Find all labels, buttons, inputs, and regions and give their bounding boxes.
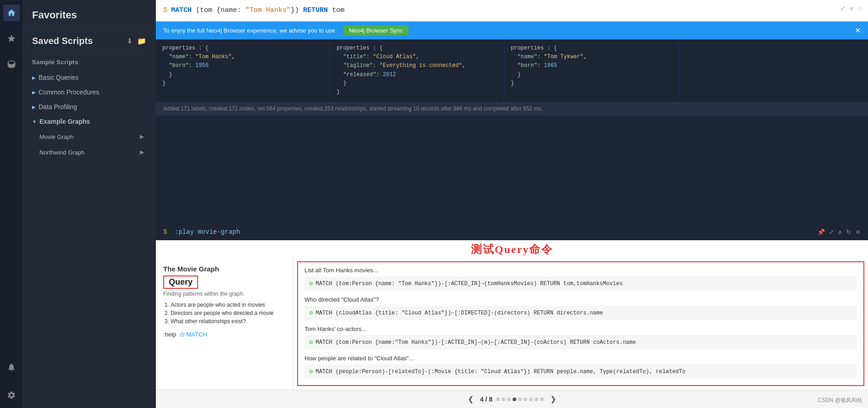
saved-scripts-icons: ⬇ 📁 [127, 37, 146, 45]
nav-example-graphs[interactable]: ▼ Example Graphs [23, 114, 155, 129]
run-icon-4[interactable]: ⊙ [309, 368, 313, 375]
notif-close-btn[interactable]: ✕ [855, 26, 861, 35]
card2-line6: } [337, 88, 498, 97]
sub-northwind-graph[interactable]: Northwind Graph ▶ [23, 144, 155, 160]
query-code-4[interactable]: ⊙ MATCH (people:Person)-[relatedTo]-(:Mo… [304, 364, 857, 379]
query-box: Query [163, 276, 198, 289]
example-graphs-arrow: ▼ [32, 119, 37, 124]
data-card-3: properties : { "name": "Tom Tykwer", "bo… [504, 39, 679, 101]
help-link-area: :help ⊙ MATCH [163, 331, 286, 338]
return-keyword: RETURN [303, 6, 328, 14]
page-info: 4 / 8 [480, 396, 492, 403]
expand2-icon[interactable]: ⤢ [829, 228, 834, 236]
data-card-2: properties : { "title": "Cloud Atlas", "… [330, 39, 504, 101]
download-icon[interactable]: ⬇ [127, 37, 133, 45]
nav-common-procedures[interactable]: ▶ Common Procedures [23, 85, 155, 99]
notif-left: To enjoy the full Neo4j Browser experien… [163, 25, 409, 36]
alert-icon-btn[interactable] [3, 359, 20, 375]
northwind-graph-play-btn[interactable]: ▶ [137, 148, 146, 157]
run-icon-2[interactable]: ⊙ [309, 309, 313, 317]
card1-line1: properties : { [162, 44, 323, 53]
notif-text: To enjoy the full Neo4j Browser experien… [163, 27, 335, 34]
folder-icon[interactable]: 📁 [137, 37, 146, 45]
example-graphs-label: Example Graphs [39, 118, 90, 125]
card3-line1: properties : { [511, 44, 672, 53]
card3-line3: "born": 1965 [511, 61, 672, 70]
left-panel: Favorites Saved Scripts ⬇ 📁 Sample Scrip… [23, 0, 156, 408]
play-cmd-text: :play movie-graph [175, 228, 240, 236]
play-frame: $ :play movie-graph 📌 ⤢ ∧ ↻ ✕ 测试Query命令 … [156, 224, 868, 408]
dot-3 [507, 397, 511, 401]
code-text-4: MATCH (people:Person)-[relatedTo]-(:Movi… [315, 369, 686, 375]
database-icon-btn[interactable] [3, 56, 20, 72]
query-section-2: Who directed "Cloud Atlas"? ⊙ MATCH (clo… [304, 296, 857, 320]
dot-1 [496, 397, 500, 401]
saved-scripts-header: Saved Scripts ⬇ 📁 [23, 28, 155, 50]
play-content: The Movie Graph Query Finding patterns w… [156, 258, 868, 390]
query-desc-4: How people are related to "Cloud Atlas".… [304, 355, 857, 362]
dot-6 [524, 397, 527, 401]
pagination-dots [496, 397, 544, 401]
code-text-1: MATCH (tom:Person {name: "Tom Hanks"})-[… [315, 281, 623, 287]
dot-7 [529, 397, 533, 401]
panel-header: Favorites [23, 0, 155, 28]
card3-line4: } [511, 71, 672, 79]
star-fav-icon[interactable]: ☆ [857, 5, 863, 12]
card2-line4: "released": 2012 [337, 71, 498, 79]
watermark: CSDN @顿风和桂 [818, 397, 862, 404]
saved-scripts-label: Saved Scripts [32, 36, 93, 46]
query-section-4: How people are related to "Cloud Atlas".… [304, 355, 857, 379]
match-link[interactable]: ⊙ MATCH [180, 331, 207, 338]
dollar-sign: $ [163, 6, 167, 14]
nav-basic-queries[interactable]: ▶ Basic Queries [23, 70, 155, 85]
play-frame-header: $ :play movie-graph 📌 ⤢ ∧ ↻ ✕ [156, 224, 868, 240]
card2-line1: properties : { [337, 44, 498, 53]
query-desc-2: Who directed "Cloud Atlas"? [304, 296, 857, 303]
sidebar-icon-rail [0, 0, 23, 408]
sync-button[interactable]: Neo4j Browser Sync [343, 25, 409, 36]
play-frame-header-icons: 📌 ⤢ ∧ ↻ ✕ [817, 228, 861, 236]
nav-data-profiling[interactable]: ▶ Data Profiling [23, 99, 155, 114]
settings-icon-btn[interactable] [3, 387, 20, 403]
expand-icon[interactable]: ⤢ [840, 5, 846, 12]
dot-4 [513, 397, 516, 401]
collapse-icon[interactable]: ∨ [849, 5, 854, 12]
panel-title: Favorites [32, 9, 77, 21]
query-list-item-2: Directors are people who directed a movi… [171, 310, 286, 316]
card3-line5: } [511, 79, 672, 88]
card3-line2: "name": "Tom Tykwer", [511, 53, 672, 61]
query-list-item-3: What other relationships exist? [171, 318, 286, 325]
star-icon-btn[interactable] [3, 30, 20, 47]
data-profiling-label: Data Profiling [39, 103, 77, 110]
data-cards-row: properties : { "name": "Tom Hanks", "bor… [156, 39, 868, 101]
notification-bar: To enjoy the full Neo4j Browser experien… [156, 22, 868, 39]
basic-queries-arrow: ▶ [32, 75, 36, 80]
movie-graph-label: Movie Graph [39, 133, 73, 140]
refresh-icon[interactable]: ↻ [846, 228, 851, 236]
main-content: $ MATCH (tom {name: "Tom Hanks" }) RETUR… [156, 0, 868, 408]
editor-top-icons: ⤢ ∨ ☆ [840, 5, 863, 12]
prev-page-btn[interactable]: ❮ [465, 394, 476, 404]
query-code-3[interactable]: ⊙ MATCH (tom:Person {name:"Tom Hanks"})-… [304, 335, 857, 349]
home-icon-btn[interactable] [3, 5, 20, 21]
pin-icon[interactable]: 📌 [817, 228, 825, 236]
sample-scripts-label: Sample Scripts [23, 50, 155, 70]
status-text: Added 171 labels, created 171 nodes, set… [163, 105, 542, 112]
card1-line4: } [162, 71, 323, 79]
collapse2-up-icon[interactable]: ∧ [838, 228, 842, 236]
run-icon-3[interactable]: ⊙ [309, 338, 313, 346]
card1-line5: } [162, 79, 323, 88]
next-page-btn[interactable]: ❯ [547, 394, 559, 404]
pagination: ❮ 4 / 8 ❯ [156, 390, 868, 408]
query-code-2[interactable]: ⊙ MATCH (cloudAtlas {title: "Cloud Atlas… [304, 306, 857, 320]
sub-movie-graph[interactable]: Movie Graph ▶ [23, 129, 155, 144]
play-dollar: $ [163, 228, 167, 236]
movie-graph-play-btn[interactable]: ▶ [137, 132, 146, 141]
card2-line3: "tagline": "Everything is connected", [337, 61, 498, 70]
close2-icon[interactable]: ✕ [855, 228, 861, 236]
query-code-1[interactable]: ⊙ MATCH (tom:Person {name: "Tom Hanks"})… [304, 276, 857, 291]
run-icon-1[interactable]: ⊙ [309, 280, 313, 287]
northwind-graph-label: Northwind Graph [39, 149, 84, 156]
query-section-1: List all Tom Hanks movies... ⊙ MATCH (to… [304, 267, 857, 291]
common-procedures-arrow: ▶ [32, 90, 36, 95]
